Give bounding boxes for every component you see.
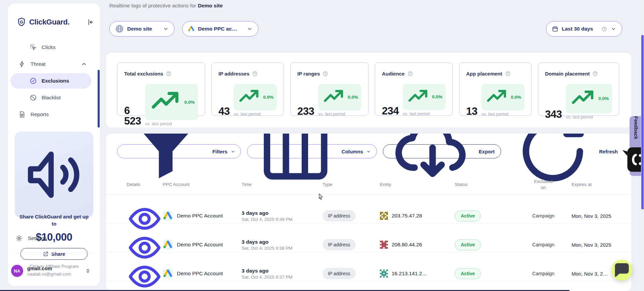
table-toolbar: Filters Columns Export Refresh	[117, 144, 618, 159]
site-selector-dropdown[interactable]: Demo site	[109, 21, 175, 37]
columns-button-label: Columns	[342, 149, 363, 154]
stat-label: Total exclusions	[124, 71, 163, 77]
stat-value: 233	[297, 106, 314, 116]
stat-card: Total exclusions 6 523 0.0% vs. last per…	[117, 62, 205, 116]
trend-up-icon	[569, 85, 597, 112]
account-switcher[interactable]: NA gmail.com naatali.ro@gmail.com	[11, 262, 95, 280]
google-ads-icon	[163, 269, 173, 279]
stat-change-badge: 0.0%	[318, 84, 361, 110]
stat-value: 43	[218, 106, 230, 116]
row-type-badge: IP address	[323, 268, 356, 279]
sidebar-scrollbar-thumb[interactable]	[98, 70, 100, 128]
account-name: gmail.com	[27, 265, 85, 271]
sidebar-nav-item[interactable]: Blacklist	[10, 90, 91, 105]
chevron-down-icon	[231, 149, 236, 154]
globe-icon	[115, 25, 124, 33]
stat-label: IP ranges	[297, 71, 320, 77]
exclusions-table-panel: Filters Columns Export Refresh DetailsPP…	[106, 134, 631, 291]
stat-card: Audience 234 0.0% vs. last period	[375, 62, 453, 116]
chat-launcher-button[interactable]	[611, 260, 632, 281]
share-button-label: Share	[51, 251, 65, 257]
settings-label: Settings	[28, 235, 47, 241]
share-button[interactable]: Share	[20, 248, 88, 260]
column-header: Type	[323, 182, 380, 187]
stat-compare-label: vs. last period	[481, 111, 525, 116]
row-ppc-account: Demo PPC Account	[177, 213, 223, 219]
brand-name: ClickGuard.	[29, 18, 86, 27]
brand-header: G ClickGuard.	[16, 15, 94, 29]
help-icon[interactable]	[166, 71, 171, 77]
export-button[interactable]: Export	[383, 144, 501, 158]
ip-identicon	[380, 241, 388, 249]
row-time-absolute: Sat, Oct 4, 2025 9:39 PM	[242, 217, 323, 222]
svg-text:G: G	[20, 19, 23, 25]
external-link-icon	[43, 251, 49, 257]
nav-item-label: Exclusions	[42, 78, 91, 84]
chevron-updown-icon	[85, 268, 91, 274]
ppc-account-selector-dropdown[interactable]: Demo PPC ac…	[182, 21, 258, 37]
table-row: Demo PPC Account 3 days ago Sat, Oct 4, …	[106, 224, 631, 252]
filters-dropdown-button[interactable]: Filters	[117, 144, 241, 158]
help-icon[interactable]	[407, 71, 413, 77]
sidebar-nav-item[interactable]: Clicks	[10, 40, 91, 55]
table-row: Demo PPC Account 3 days ago Sat, Oct 4, …	[106, 195, 631, 224]
row-excluded-on: Campaign	[532, 213, 554, 219]
sidebar-nav-item[interactable]: Exclusions	[10, 73, 91, 89]
stat-change-badge: 0.0%	[403, 84, 446, 110]
page-scrollbar-thumb[interactable]	[641, 35, 644, 209]
stat-card: App placement 13 0.0% vs. last period	[459, 62, 532, 116]
stat-card: IP ranges 233 0.0% vs. last period	[290, 62, 368, 116]
nav-item-label: Blacklist	[42, 95, 91, 101]
row-expires-at: Mon, Nov 3, 2025	[568, 213, 626, 219]
chat-bubble-icon	[611, 260, 632, 281]
stat-label: Domain placement	[545, 71, 590, 77]
row-status-badge: Active	[455, 268, 481, 279]
account-email: naatali.ro@gmail.com	[27, 272, 85, 277]
gear-icon	[15, 235, 23, 242]
chevron-up-icon	[81, 61, 87, 67]
help-icon[interactable]	[252, 71, 258, 77]
site-selector-value: Demo site	[127, 26, 159, 32]
sidebar-nav-item[interactable]: Threat	[10, 56, 91, 72]
google-ads-icon	[163, 211, 173, 221]
help-icon[interactable]	[592, 71, 598, 77]
table-body: Demo PPC Account 3 days ago Sat, Oct 4, …	[106, 195, 631, 291]
column-header: PPC Account	[163, 182, 242, 187]
affiliate-promo-card: Share ClickGuard and get up to $10,000 S…	[15, 132, 93, 218]
columns-dropdown-button[interactable]: Columns	[247, 144, 377, 158]
row-ppc-account: Demo PPC Account	[177, 271, 223, 277]
feedback-label: Feedback	[634, 116, 639, 139]
row-status-badge: Active	[455, 210, 481, 222]
sidebar-item-settings[interactable]: Settings	[15, 231, 47, 246]
stat-card: IP addresses 43 0.0% vs. last period	[211, 62, 284, 116]
nav-item-icon	[30, 94, 37, 101]
table-header-row: DetailsPPC AccountTimeTypeEntityStatusEx…	[106, 175, 631, 195]
row-time-relative: 3 days ago	[242, 268, 323, 274]
sidebar-collapse-icon[interactable]	[86, 18, 94, 26]
help-icon[interactable]	[323, 71, 328, 77]
sidebar-nav-item[interactable]: Reports	[10, 107, 91, 122]
sidebar-nav: Clicks Threat Exclusions Blacklist Repor…	[10, 40, 91, 124]
stat-value: 6 523	[124, 105, 141, 126]
date-range-dropdown[interactable]: Last 30 days	[546, 21, 622, 37]
nav-item-label: Clicks	[42, 44, 91, 50]
row-entity: 208.80.44.26	[392, 242, 422, 248]
row-type-badge: IP address	[323, 239, 356, 250]
stat-change-badge: 0.0%	[566, 84, 612, 113]
stat-compare-label: vs. last period	[566, 114, 612, 119]
sidebar-divider	[15, 253, 93, 253]
help-icon[interactable]	[505, 71, 511, 77]
column-header: Time	[242, 182, 323, 187]
nav-item-label: Reports	[31, 111, 91, 117]
help-icon[interactable]	[601, 26, 607, 32]
stat-compare-label: vs. last period	[145, 121, 198, 126]
trend-up-icon	[485, 85, 509, 109]
chevron-down-icon	[366, 149, 371, 154]
google-ads-icon	[163, 240, 173, 250]
ppc-account-selector-value: Demo PPC ac…	[198, 26, 243, 32]
nav-item-icon	[30, 77, 37, 85]
export-button-label: Export	[479, 149, 495, 154]
row-excluded-on: Campaign	[532, 242, 554, 247]
row-time-relative: 3 days ago	[242, 239, 323, 245]
row-type-badge: IP address	[323, 210, 356, 222]
